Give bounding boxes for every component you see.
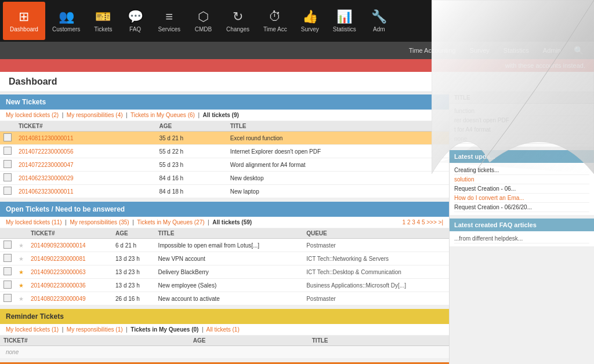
reminder-tickets-table: TICKET# AGE TITLE none: [0, 336, 449, 359]
warning-banner: with these accounts instead.: [0, 59, 594, 72]
table-row: ★ 20140902230000063 13 d 23 h Delivery B…: [0, 265, 449, 279]
ticket-title: New employee (Sales): [155, 279, 303, 292]
reminder-tickets-filter-responsibilities[interactable]: My responsibilities (1): [67, 326, 123, 333]
statistics-icon: 📊: [336, 9, 352, 24]
dashboard-icon: ⊞: [19, 9, 29, 24]
nav-faq-label: FAQ: [129, 26, 141, 32]
open-tickets-filter-responsibilities[interactable]: My responsibilities (35): [70, 219, 129, 225]
ticket-title: Excel round function: [227, 132, 449, 145]
nav-admin[interactable]: 🔧 Adm: [363, 2, 395, 40]
new-tickets-header: New Tickets: [0, 94, 449, 110]
sec-nav-time-accounting[interactable]: Time Accounting: [403, 45, 462, 56]
checkbox[interactable]: [3, 160, 12, 168]
latest-faq-header: Latest created FAQ articles: [450, 219, 594, 231]
nav-timeacc[interactable]: ⏱ Time Acc: [256, 2, 294, 40]
latest-update-item[interactable]: Creating tickets...: [454, 166, 589, 175]
star-cell[interactable]: ★: [15, 265, 27, 279]
search-button[interactable]: 🔍: [569, 43, 588, 57]
checkbox-cell: [0, 239, 15, 252]
sec-nav-admin[interactable]: Admin: [537, 45, 567, 56]
ticket-age: 55 d 22 h: [155, 145, 226, 158]
col-title3: TITLE: [309, 336, 449, 346]
col-queue: QUEUE: [303, 228, 449, 239]
ticket-age: 13 d 23 h: [112, 279, 155, 292]
ticket-number[interactable]: 20140722230000047: [15, 158, 155, 172]
survey-icon: 👍: [302, 9, 318, 24]
ticket-number[interactable]: 20140623230000011: [15, 185, 155, 198]
ticket-age: 35 d 21 h: [155, 132, 226, 145]
nav-dashboard-label: Dashboard: [10, 26, 38, 32]
checkbox[interactable]: [3, 281, 12, 289]
star-cell[interactable]: ★: [15, 239, 27, 252]
top-nav: ⊞ Dashboard 👥 Customers 🎫 Tickets 💬 FAQ …: [0, 0, 594, 42]
nav-changes[interactable]: ↻ Changes: [219, 2, 256, 40]
nav-survey[interactable]: 👍 Survey: [294, 2, 326, 40]
star-cell[interactable]: ★: [15, 292, 27, 305]
warning-text: with these accounts instead.: [505, 62, 585, 69]
ticket-queue: Business Applications::Microsoft Dy[...]: [303, 279, 449, 292]
checkbox[interactable]: [3, 187, 12, 195]
checkbox[interactable]: [3, 254, 12, 262]
checkbox[interactable]: [3, 267, 12, 275]
ticket-number[interactable]: 20140623230000029: [15, 172, 155, 185]
ticket-number[interactable]: 20140722230000056: [15, 145, 155, 158]
sec-nav-survey[interactable]: Survey: [464, 45, 495, 56]
nav-statistics[interactable]: 📊 Statistics: [326, 2, 363, 40]
star-cell[interactable]: ★: [15, 252, 27, 265]
star-cell[interactable]: ★: [15, 279, 27, 292]
checkbox[interactable]: [3, 173, 12, 181]
checkbox[interactable]: [3, 294, 12, 302]
checkbox[interactable]: [3, 133, 12, 141]
page-title: Dashboard: [0, 72, 594, 92]
checkbox-cell: [0, 279, 15, 292]
nav-changes-label: Changes: [226, 26, 249, 32]
sec-nav-statistics[interactable]: Statistics: [498, 45, 535, 56]
latest-update-item[interactable]: Request Creation - 06/26/20...: [454, 203, 589, 212]
ticket-number[interactable]: 20140909230000014: [27, 239, 112, 252]
reminder-tickets-filter-all[interactable]: All tickets (1): [207, 326, 240, 333]
ticket-title: Internet Explorer doesn't open PDF: [227, 145, 449, 158]
col-age2: AGE: [112, 228, 155, 239]
right-panel: TITLE functionrer doesn't open PDFt for …: [449, 92, 594, 364]
checkbox-cell: [0, 292, 15, 305]
nav-services[interactable]: ≡ Services: [151, 2, 187, 40]
reminder-tickets-filter-locked[interactable]: My locked tickets (1): [6, 326, 59, 333]
latest-update-item[interactable]: solution: [454, 175, 589, 184]
ticket-title: New account to activate: [155, 292, 303, 305]
table-row: ★ 20140902230000036 13 d 23 h New employ…: [0, 279, 449, 292]
open-tickets-header: Open Tickets / Need to be answered: [0, 202, 449, 217]
latest-update-item[interactable]: How do I convert an Ema...: [454, 194, 589, 203]
nav-customers[interactable]: 👥 Customers: [45, 2, 87, 40]
ticket-number[interactable]: 20140802230000049: [27, 292, 112, 305]
new-tickets-filter-locked[interactable]: My locked tickets (2): [6, 112, 59, 118]
nav-cmdb[interactable]: ⬡ CMDB: [187, 2, 219, 40]
new-tickets-filter: My locked tickets (2) | My responsibilit…: [0, 110, 449, 121]
nav-tickets[interactable]: 🎫 Tickets: [87, 2, 119, 40]
checkbox-cell: [0, 185, 15, 198]
secondary-nav: Time Accounting Survey Statistics Admin …: [0, 42, 594, 59]
new-tickets-filter-responsibilities[interactable]: My responsibilities (4): [67, 112, 123, 118]
ticket-number[interactable]: 20140902230000081: [27, 252, 112, 265]
table-row: 20140623230000011 84 d 18 h New laptop: [0, 185, 449, 198]
new-tickets-filter-all[interactable]: All tickets (9): [203, 112, 239, 118]
ticket-age: 84 d 16 h: [155, 172, 226, 185]
checkbox[interactable]: [3, 147, 12, 155]
ticket-number[interactable]: 20140902230000063: [27, 265, 112, 279]
reminder-tickets-filter-queues[interactable]: Tickets in My Queues (0): [131, 326, 198, 333]
open-tickets-filter-queues[interactable]: Tickets in My Queues (27): [137, 219, 204, 225]
table-row: ★ 20140902230000081 13 d 23 h New VPN ac…: [0, 252, 449, 265]
latest-faq-item[interactable]: ...from different helpdesk...: [454, 234, 589, 243]
checkbox[interactable]: [3, 241, 12, 249]
open-tickets-filter-all[interactable]: All tickets (59): [212, 219, 252, 225]
ticket-age: 13 d 23 h: [112, 252, 155, 265]
open-tickets-filter-locked[interactable]: My locked tickets (11): [6, 219, 62, 225]
faq-icon: 💬: [128, 9, 143, 24]
nav-faq[interactable]: 💬 FAQ: [119, 2, 151, 40]
timeacc-icon: ⏱: [269, 9, 281, 24]
latest-update-item[interactable]: Request Creation - 06...: [454, 184, 589, 194]
open-tickets-filter: My locked tickets (11) | My responsibili…: [0, 217, 449, 228]
nav-dashboard[interactable]: ⊞ Dashboard: [3, 2, 45, 40]
new-tickets-filter-queues[interactable]: Tickets in My Queues (6): [131, 112, 195, 118]
ticket-number[interactable]: 20140811230000011: [15, 132, 155, 145]
ticket-number[interactable]: 20140902230000036: [27, 279, 112, 292]
